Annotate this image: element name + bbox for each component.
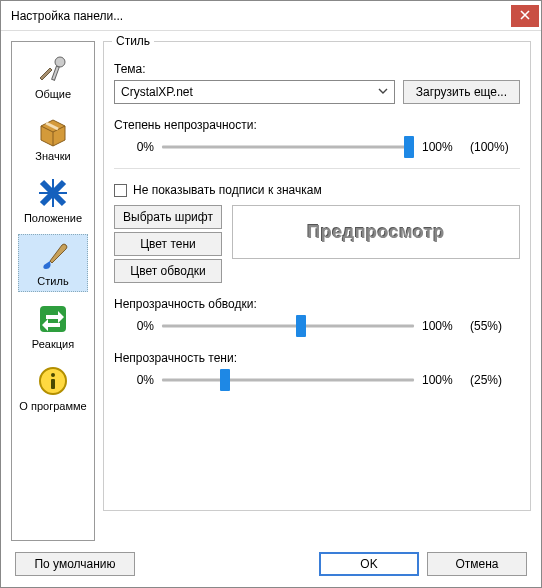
shadow-opacity-value: (25%) (470, 373, 520, 387)
slider-max: 100% (422, 373, 462, 387)
close-icon (520, 9, 530, 23)
sidebar-item-position[interactable]: Положение (18, 172, 88, 228)
cancel-button[interactable]: Отмена (427, 552, 527, 576)
preview-text: Предпросмотр (307, 222, 444, 243)
sidebar-item-label: Значки (35, 150, 70, 162)
sidebar-item-about[interactable]: О программе (18, 360, 88, 416)
shadow-opacity-label: Непрозрачность тени: (114, 351, 520, 365)
theme-label: Тема: (114, 62, 520, 76)
divider (114, 168, 520, 169)
ok-button[interactable]: OK (319, 552, 419, 576)
load-more-button[interactable]: Загрузить еще... (403, 80, 520, 104)
hide-captions-checkbox[interactable] (114, 184, 127, 197)
svg-rect-5 (51, 379, 55, 389)
choose-font-button[interactable]: Выбрать шрифт (114, 205, 222, 229)
slider-min: 0% (114, 373, 154, 387)
opacity-slider[interactable] (162, 136, 414, 158)
window-title: Настройка панели... (11, 9, 123, 23)
close-button[interactable] (511, 5, 539, 27)
opacity-value: (100%) (470, 140, 520, 154)
sidebar-item-label: Положение (24, 212, 82, 224)
swap-icon (36, 302, 70, 336)
slider-max: 100% (422, 319, 462, 333)
svg-rect-1 (52, 66, 60, 80)
main-panel: Стиль Тема: CrystalXP.net Загрузить еще.… (103, 41, 531, 541)
position-icon (36, 176, 70, 210)
sidebar-item-style[interactable]: Стиль (18, 234, 88, 292)
sidebar-item-label: О программе (19, 400, 86, 412)
svg-point-4 (51, 373, 55, 377)
chevron-down-icon (378, 85, 388, 99)
slider-min: 0% (114, 140, 154, 154)
sidebar-item-label: Общие (35, 88, 71, 100)
slider-min: 0% (114, 319, 154, 333)
sidebar-item-reaction[interactable]: Реакция (18, 298, 88, 354)
info-icon (36, 364, 70, 398)
button-bar: По умолчанию OK Отмена (1, 541, 541, 587)
sidebar-item-label: Реакция (32, 338, 74, 350)
style-group: Стиль Тема: CrystalXP.net Загрузить еще.… (103, 41, 531, 511)
shadow-color-button[interactable]: Цвет тени (114, 232, 222, 256)
sidebar-item-label: Стиль (37, 275, 68, 287)
svg-point-0 (55, 57, 65, 67)
slider-max: 100% (422, 140, 462, 154)
brush-icon (36, 239, 70, 273)
preview-box: Предпросмотр (232, 205, 520, 259)
sidebar: Общие Значки Положение Стиль (11, 41, 95, 541)
stroke-color-button[interactable]: Цвет обводки (114, 259, 222, 283)
opacity-label: Степень непрозрачности: (114, 118, 520, 132)
package-icon (36, 114, 70, 148)
defaults-button[interactable]: По умолчанию (15, 552, 135, 576)
sidebar-item-general[interactable]: Общие (18, 48, 88, 104)
group-legend: Стиль (112, 34, 154, 48)
settings-window: Настройка панели... Общие Значки (0, 0, 542, 588)
stroke-opacity-slider[interactable] (162, 315, 414, 337)
theme-value: CrystalXP.net (121, 85, 193, 99)
sidebar-item-icons[interactable]: Значки (18, 110, 88, 166)
stroke-opacity-value: (55%) (470, 319, 520, 333)
titlebar: Настройка панели... (1, 1, 541, 31)
tools-icon (36, 52, 70, 86)
hide-captions-label: Не показывать подписи к значкам (133, 183, 322, 197)
shadow-opacity-slider[interactable] (162, 369, 414, 391)
theme-select[interactable]: CrystalXP.net (114, 80, 395, 104)
stroke-opacity-label: Непрозрачность обводки: (114, 297, 520, 311)
